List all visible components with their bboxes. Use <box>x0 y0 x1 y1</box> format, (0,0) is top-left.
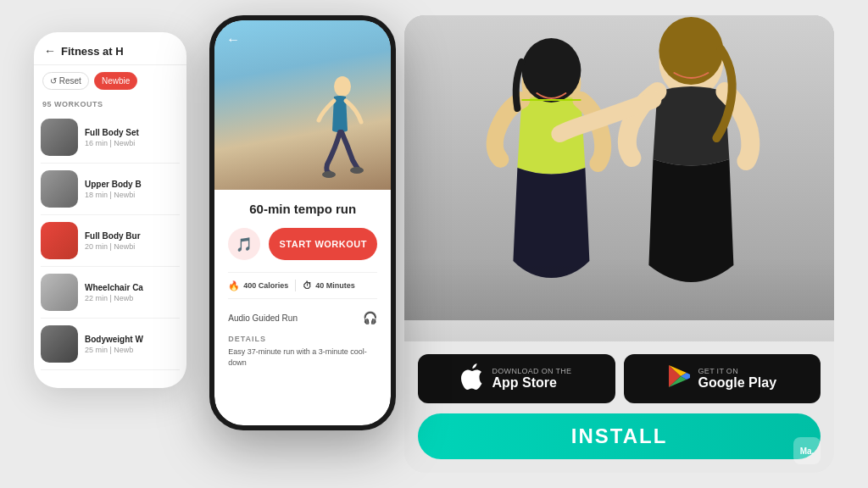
list-item[interactable]: Upper Body B 18 min | Newbi <box>41 164 180 215</box>
time-value: 40 Minutes <box>315 281 355 290</box>
stat-divider <box>295 280 296 291</box>
apple-icon <box>461 363 483 396</box>
hero-image: ← <box>214 20 391 190</box>
app-store-text: Download on the App Store <box>492 367 571 391</box>
back-arrow-icon[interactable]: ← <box>44 44 56 58</box>
workout-meta: 18 min | Newbi <box>85 191 180 199</box>
workout-name: Bodyweight W <box>85 335 161 344</box>
start-workout-area: 🎵 START WORKOUT <box>228 228 377 260</box>
app-store-sub: Download on the <box>492 367 571 375</box>
ad-bottom: Download on the App Store <box>404 341 834 473</box>
google-play-text: GET IT ON Google Play <box>698 367 776 391</box>
workouts-count: 95 WORKOUTS <box>34 97 186 112</box>
svg-point-0 <box>334 76 351 97</box>
runner-figure <box>310 71 365 186</box>
phone-main: ← <box>209 15 396 430</box>
workout-list: Full Body Set 16 min | Newbi Upper Body … <box>34 112 186 370</box>
google-play-icon <box>668 364 690 394</box>
phone-back: ← Fitness at H ↺ Reset Newbie 95 WORKOUT… <box>34 32 186 388</box>
install-button[interactable]: INSTALL <box>418 413 821 459</box>
app-store-button[interactable]: Download on the App Store <box>418 354 615 403</box>
main-container: ← Fitness at H ↺ Reset Newbie 95 WORKOUT… <box>0 0 868 488</box>
google-play-main: Google Play <box>698 375 776 391</box>
ad-card: Download on the App Store <box>404 15 834 473</box>
app-store-main: App Store <box>492 375 571 391</box>
install-label: INSTALL <box>571 424 668 448</box>
workout-name: Upper Body B <box>85 180 161 189</box>
newbie-filter-button[interactable]: Newbie <box>94 72 137 90</box>
workout-thumbnail <box>41 170 78 208</box>
svg-point-7 <box>522 38 581 103</box>
time-stat: ⏱ 40 Minutes <box>303 280 355 291</box>
workout-name: Full Body Bur <box>85 231 161 241</box>
workout-title: 60-min tempo run <box>228 202 377 216</box>
workout-thumbnail <box>41 325 78 363</box>
list-item[interactable]: Wheelchair Ca 22 min | Newb <box>41 267 180 319</box>
svg-point-2 <box>350 167 364 174</box>
workout-meta: 25 min | Newb <box>85 346 180 354</box>
audio-row: Audio Guided Run 🎧 <box>228 306 377 330</box>
svg-point-10 <box>659 17 724 85</box>
svg-point-1 <box>322 171 336 178</box>
clock-icon: ⏱ <box>303 280 312 291</box>
workout-detail: 60-min tempo run 🎵 START WORKOUT 🔥 400 C… <box>214 190 391 385</box>
list-item[interactable]: Full Body Set 16 min | Newbi <box>41 112 180 164</box>
start-workout-button[interactable]: START WORKOUT <box>269 228 377 260</box>
fire-icon: 🔥 <box>228 280 240 291</box>
list-item[interactable]: Bodyweight W 25 min | Newb <box>41 319 180 370</box>
left-section: ← Fitness at H ↺ Reset Newbie 95 WORKOUT… <box>34 15 404 473</box>
workout-thumbnail <box>41 222 78 259</box>
workout-thumbnail <box>41 119 78 156</box>
store-buttons: Download on the App Store <box>418 354 821 403</box>
google-play-sub: GET IT ON <box>698 367 776 375</box>
workout-name: Wheelchair Ca <box>85 283 161 292</box>
headphone-icon: 🎧 <box>363 311 377 324</box>
workout-meta: 20 min | Newbi <box>85 242 180 251</box>
calories-stat: 🔥 400 Calories <box>228 280 288 291</box>
details-text: Easy 37-minute run with a 3-minute cool-… <box>228 347 377 368</box>
stats-row: 🔥 400 Calories ⏱ 40 Minutes <box>228 272 377 299</box>
screen-title: Fitness at H <box>61 45 124 58</box>
calories-value: 400 Calories <box>243 281 288 290</box>
watermark: Ma. <box>793 437 821 464</box>
details-heading: DETAILS <box>228 335 377 343</box>
audio-label: Audio Guided Run <box>228 313 298 323</box>
workout-thumbnail <box>41 274 78 311</box>
details-section: DETAILS Easy 37-minute run with a 3-minu… <box>228 330 377 373</box>
photo-gradient <box>404 257 834 341</box>
workout-name: Full Body Set <box>85 128 161 137</box>
reset-filter-button[interactable]: ↺ Reset <box>42 72 89 90</box>
workout-meta: 22 min | Newb <box>85 294 180 302</box>
music-button[interactable]: 🎵 <box>228 228 260 260</box>
google-play-button[interactable]: GET IT ON Google Play <box>624 354 821 403</box>
workout-meta: 16 min | Newbi <box>85 139 180 147</box>
back-arrow-icon[interactable]: ← <box>226 32 240 47</box>
list-item[interactable]: Full Body Bur 20 min | Newbi <box>41 215 180 267</box>
